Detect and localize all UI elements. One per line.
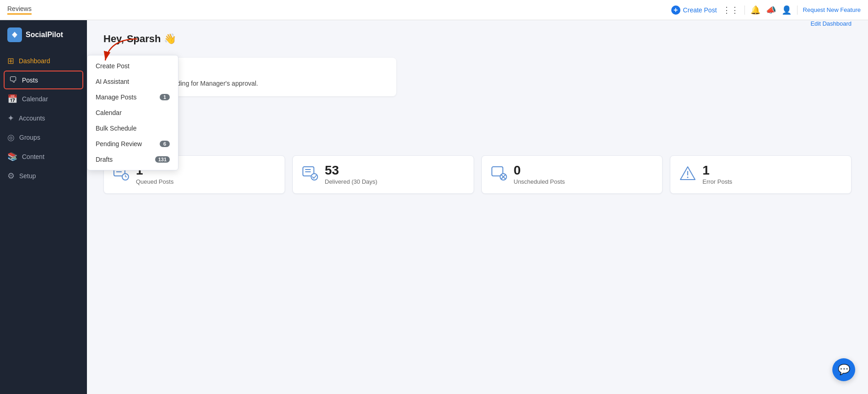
sidebar-item-label: Groups (19, 134, 40, 141)
delivered-posts-label: Delivered (30 Days) (325, 178, 377, 185)
dropdown-drafts-label: Drafts (96, 156, 113, 163)
greeting-text: Hey, Sparsh 👋 (103, 33, 176, 45)
grid-icon[interactable]: ⋮⋮ (722, 5, 739, 15)
dropdown-bulk-schedule-label: Bulk Schedule (96, 125, 137, 132)
sidebar-item-label: Calendar (22, 95, 48, 103)
dropdown-calendar[interactable]: Calendar (87, 105, 178, 120)
dropdown-pending-review[interactable]: Pending Review 6 (87, 136, 178, 152)
main-content-area: Hey, Sparsh 👋 Edit Dashboard Tasks requi… (87, 20, 868, 394)
dropdown-bulk-schedule[interactable]: Bulk Schedule (87, 120, 178, 136)
nav-divider (744, 5, 745, 15)
request-feature-link[interactable]: Request New Feature (803, 6, 861, 13)
create-post-button[interactable]: + Create Post (671, 5, 717, 15)
content-icon: 📚 (7, 152, 17, 162)
error-posts-info: 1 Error Posts (702, 164, 732, 185)
sidebar-item-groups[interactable]: ◎ Groups (0, 128, 87, 147)
edit-dashboard-link[interactable]: Edit Dashboard (810, 20, 852, 27)
dropdown-drafts[interactable]: Drafts 131 (87, 152, 178, 167)
dropdown-create-post-label: Create Post (96, 62, 129, 70)
sidebar-item-accounts[interactable]: ✦ Accounts (0, 109, 87, 128)
sidebar-item-dashboard[interactable]: ⊞ Dashboard (0, 51, 87, 71)
error-icon (679, 165, 696, 185)
sidebar-item-content[interactable]: 📚 Content (0, 147, 87, 166)
publishing-summary-section: Publishing Summary (103, 137, 852, 194)
setup-icon: ⚙ (7, 171, 15, 181)
sidebar-item-label: Setup (19, 172, 36, 180)
sidebar: SocialPilot ⊞ Dashboard 🗨 Posts 📅 Calend… (0, 20, 87, 394)
reviews-tab[interactable]: Reviews (7, 5, 32, 15)
error-posts-label: Error Posts (702, 178, 732, 185)
unscheduled-posts-num: 0 (514, 164, 565, 177)
unscheduled-icon (491, 165, 507, 185)
user-icon[interactable]: 👤 (782, 5, 792, 15)
sidebar-item-label: Posts (22, 77, 38, 84)
delivered-posts-num: 53 (325, 164, 377, 177)
dropdown-ai-assistant-label: AI Assistant (96, 78, 129, 85)
plus-circle-icon: + (671, 5, 680, 15)
app-layout: SocialPilot ⊞ Dashboard 🗨 Posts 📅 Calend… (0, 20, 868, 394)
dropdown-calendar-label: Calendar (96, 109, 122, 116)
main-content: Hey, Sparsh 👋 Edit Dashboard Tasks requi… (87, 20, 868, 207)
posts-dropdown-menu: Create Post AI Assistant Manage Posts 1 … (87, 55, 178, 170)
delivered-icon (302, 165, 318, 185)
accounts-icon: ✦ (7, 113, 14, 123)
megaphone-icon[interactable]: 📣 (766, 5, 776, 15)
sidebar-item-label: Content (22, 153, 44, 160)
svg-marker-1 (12, 33, 17, 35)
unscheduled-posts-label: Unscheduled Posts (514, 178, 565, 185)
delivered-posts-info: 53 Delivered (30 Days) (325, 164, 377, 185)
delivered-posts-card[interactable]: 53 Delivered (30 Days) (292, 155, 474, 194)
sidebar-item-posts[interactable]: 🗨 Posts (4, 71, 83, 89)
queued-posts-label: Queued Posts (136, 178, 173, 185)
greeting-emoji: 👋 (164, 33, 176, 44)
unscheduled-posts-info: 0 Unscheduled Posts (514, 164, 565, 185)
unscheduled-posts-card[interactable]: 0 Unscheduled Posts (481, 155, 663, 194)
nav-divider2 (797, 5, 798, 15)
summary-cards-container: 1 Queued Posts (103, 155, 852, 194)
groups-icon: ◎ (7, 132, 15, 142)
dropdown-pending-review-label: Pending Review (96, 140, 142, 148)
dropdown-create-post[interactable]: Create Post (87, 58, 178, 74)
calendar-icon: 📅 (7, 94, 17, 104)
sidebar-item-setup[interactable]: ⚙ Setup (0, 166, 87, 186)
logo-text: SocialPilot (26, 31, 63, 39)
sidebar-item-label: Accounts (19, 115, 45, 122)
manage-posts-badge: 1 (160, 94, 170, 100)
greeting-name: Hey, Sparsh (103, 33, 161, 44)
chat-button[interactable]: 💬 (832, 358, 855, 381)
topnav-right: + Create Post ⋮⋮ 🔔 📣 👤 Request New Featu… (671, 5, 861, 15)
bell-icon[interactable]: 🔔 (750, 5, 760, 15)
pending-review-badge: 6 (160, 141, 170, 147)
svg-point-18 (687, 176, 689, 178)
posts-icon: 🗨 (9, 75, 17, 85)
dropdown-manage-posts-label: Manage Posts (96, 93, 137, 101)
sidebar-logo: SocialPilot (0, 27, 87, 51)
error-posts-card[interactable]: 1 Error Posts (670, 155, 852, 194)
tasks-approval-detail: pending for Manager's approval. (167, 80, 258, 87)
sidebar-item-calendar[interactable]: 📅 Calendar (0, 89, 87, 109)
dashboard-icon: ⊞ (7, 56, 14, 66)
drafts-badge: 131 (155, 156, 170, 163)
dropdown-ai-assistant[interactable]: AI Assistant (87, 74, 178, 89)
dropdown-manage-posts[interactable]: Manage Posts 1 (87, 89, 178, 105)
sidebar-item-label: Dashboard (19, 57, 50, 65)
topnav-left: Reviews (7, 5, 666, 15)
publishing-summary-title: Publishing Summary (103, 137, 852, 144)
logo-icon (7, 27, 22, 42)
svg-point-11 (311, 174, 318, 180)
top-navigation: Reviews + Create Post ⋮⋮ 🔔 📣 👤 Request N… (0, 0, 868, 20)
error-posts-num: 1 (702, 164, 732, 177)
